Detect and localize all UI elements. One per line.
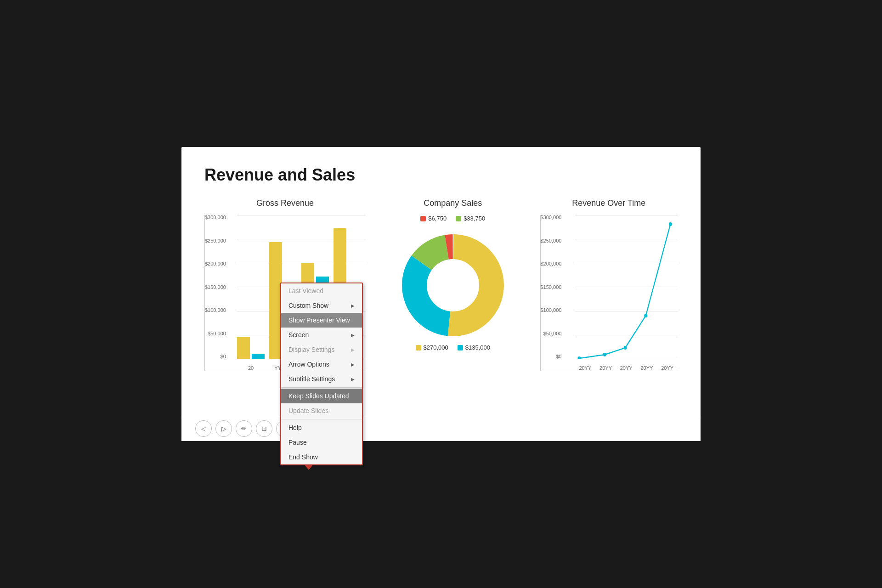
submenu-arrow-icon: ▶ [351,347,355,352]
legend-dot-green [456,216,461,221]
gross-revenue-title: Gross Revenue [204,198,366,208]
y-axis-labels: $300,000 $250,000 $200,000 $150,000 $100… [205,215,230,359]
pen-button[interactable]: ✏ [236,420,252,437]
menu-item-label: End Show [288,453,318,461]
context-menu: Last Viewed Custom Show ▶ Show Presenter… [280,283,363,465]
donut-hole [427,260,479,311]
line-chart: $300,000 $250,000 $200,000 $150,000 $100… [540,215,678,371]
y-label: $300,000 [541,215,562,220]
menu-item-screen[interactable]: Screen ▶ [281,328,362,342]
bar-yellow-1 [237,337,250,359]
x-label-group: 20 [237,365,265,371]
menu-item-arrow-options[interactable]: Arrow Options ▶ [281,357,362,372]
legend-item-cyan: $135,000 [458,344,490,351]
y-label: $0 [220,354,226,359]
menu-item-label: Screen [288,331,309,339]
y-label: $100,000 [205,308,226,313]
legend-label-yellow: $270,000 [424,344,448,351]
x-label: 20YY [661,365,673,371]
x-label: 20 [248,365,254,371]
prev-button[interactable]: ◁ [195,420,212,437]
x-label: 20YY [640,365,653,371]
grid-line [237,215,366,215]
menu-item-custom-show[interactable]: Custom Show ▶ [281,298,362,313]
legend-dot-red [420,216,426,221]
submenu-arrow-icon: ▶ [351,362,355,367]
menu-item-label: Subtitle Settings [288,375,335,383]
menu-item-label: Keep Slides Updated [288,392,349,400]
legend-label-green: $33,750 [464,215,485,222]
submenu-arrow-icon: ▶ [351,377,355,382]
x-label: 20YY [620,365,633,371]
y-label: $200,000 [541,261,562,266]
menu-item-update-slides[interactable]: Update Slides [281,403,362,418]
x-labels-line: 20YY 20YY 20YY 20YY 20YY [575,365,678,371]
data-point-3 [623,346,627,350]
submenu-arrow-icon: ▶ [351,333,355,338]
line-path [579,224,670,358]
legend-item-red: $6,750 [420,215,447,222]
screen-button[interactable]: ⊡ [256,420,272,437]
y-label: $50,000 [208,331,226,336]
y-label: $150,000 [205,285,226,290]
company-sales-title: Company Sales [424,198,482,208]
menu-item-subtitle-settings[interactable]: Subtitle Settings ▶ [281,372,362,386]
slide-content: Revenue and Sales Gross Revenue [181,147,701,441]
toolbar: ◁ ▷ ✏ ⊡ ⊕ ⊞ ••• [181,416,701,441]
bar-cyan-1 [252,354,265,359]
menu-item-label: Help [288,424,302,431]
menu-item-label: Arrow Options [288,361,329,368]
y-label: $200,000 [205,261,226,266]
menu-item-label: Display Settings [288,346,334,353]
legend-item-green: $33,750 [456,215,485,222]
y-label: $150,000 [541,285,562,290]
menu-pointer [304,464,313,470]
legend-dot-cyan [458,345,463,351]
charts-area: Gross Revenue $300,000 [204,198,678,371]
y-label: $100,000 [541,308,562,313]
donut-svg [398,230,508,340]
legend-dot-yellow [416,345,421,351]
data-point-1 [577,356,581,359]
legend-label-red: $6,750 [428,215,447,222]
line-chart-svg [575,215,678,359]
x-label: 20YY [599,365,612,371]
next-button[interactable]: ▷ [215,420,232,437]
revenue-over-time-title: Revenue Over Time [540,198,678,208]
x-label: 20YY [579,365,591,371]
menu-item-keep-slides-updated[interactable]: Keep Slides Updated [281,389,362,403]
data-point-2 [603,353,606,356]
y-label: $0 [556,354,561,359]
data-point-4 [644,314,647,317]
y-axis-labels-line: $300,000 $250,000 $200,000 $150,000 $100… [541,215,565,359]
menu-item-display-settings[interactable]: Display Settings ▶ [281,342,362,357]
donut-chart [398,230,508,340]
slide-title: Revenue and Sales [204,165,678,185]
menu-item-label: Pause [288,439,307,446]
menu-divider [281,387,362,388]
menu-item-show-presenter-view[interactable]: Show Presenter View [281,313,362,328]
menu-item-label: Show Presenter View [288,317,350,324]
legend-item-yellow: $270,000 [416,344,448,351]
slide-container: Revenue and Sales Gross Revenue [181,147,701,441]
submenu-arrow-icon: ▶ [351,303,355,308]
menu-item-label: Custom Show [288,302,328,309]
y-label: $250,000 [541,238,562,243]
menu-item-last-viewed[interactable]: Last Viewed [281,283,362,298]
y-label: $50,000 [543,331,562,336]
menu-item-label: Last Viewed [288,287,323,294]
company-sales-section: Company Sales $6,750 $33,750 [384,198,522,351]
menu-divider-2 [281,419,362,419]
menu-item-pause[interactable]: Pause [281,435,362,450]
data-point-5 [668,222,672,226]
y-label: $300,000 [205,215,226,220]
bar-group-1 [237,337,265,359]
menu-item-label: Update Slides [288,407,328,414]
legend-label-cyan: $135,000 [465,344,490,351]
revenue-over-time-section: Revenue Over Time $300,000 $250,000 $200… [540,198,678,371]
y-label: $250,000 [205,238,226,243]
donut-legend-top: $6,750 $33,750 [420,215,485,222]
donut-legend-bottom: $270,000 $135,000 [416,344,490,351]
menu-item-help[interactable]: Help [281,420,362,435]
menu-item-end-show[interactable]: End Show [281,450,362,464]
